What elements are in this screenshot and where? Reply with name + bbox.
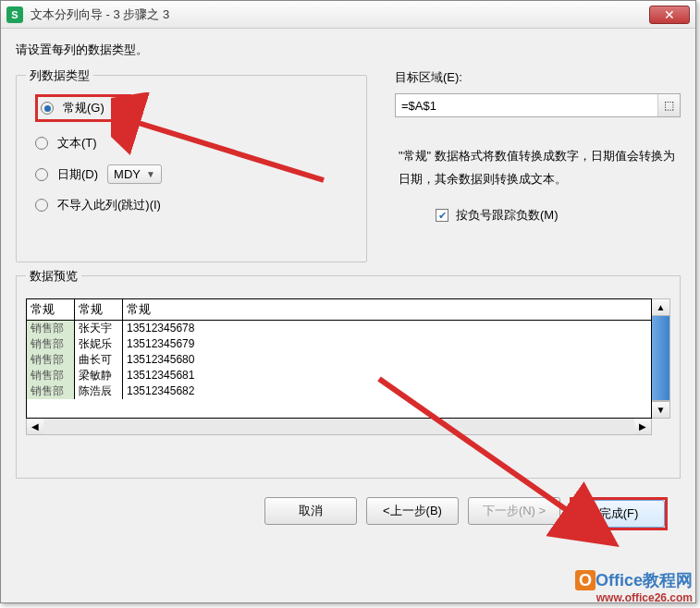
date-format-dropdown[interactable]: MDY ▼: [107, 164, 162, 184]
preview-col-2: 张天宇 张妮乐 曲长可 梁敏静 陈浩辰: [75, 321, 123, 399]
horizontal-scrollbar[interactable]: ◀ ▶: [26, 419, 652, 435]
vertical-scrollbar[interactable]: ▲ ▼: [652, 298, 670, 419]
preview-header: 常规 常规 常规: [27, 299, 651, 321]
column-type-group: 列数据类型 常规(G) 文本(T) 日期(D): [16, 75, 367, 262]
finish-button[interactable]: 完成(F): [572, 500, 665, 528]
app-icon: S: [6, 6, 23, 23]
table-cell: 销售部: [27, 336, 74, 352]
cancel-button[interactable]: 取消: [264, 497, 357, 525]
target-label: 目标区域(E):: [395, 69, 681, 86]
chevron-down-icon: ▼: [146, 169, 155, 179]
scroll-thumb[interactable]: [652, 316, 669, 401]
radio-date[interactable]: [35, 168, 48, 181]
table-cell: 13512345678: [123, 321, 651, 336]
preview-header-3[interactable]: 常规: [123, 299, 651, 320]
wizard-dialog: S 文本分列向导 - 3 步骤之 3 ✕ 请设置每列的数据类型。 列数据类型 常…: [0, 0, 696, 603]
track-negatives-checkbox[interactable]: ✔: [436, 209, 448, 222]
preview-table: 常规 常规 常规 销售部 销售部 销售部 销售部 销售部 张天: [26, 298, 652, 419]
general-radio-highlight: 常规(G): [35, 94, 131, 122]
watermark: OOffice教程网 www.office26.com: [575, 569, 693, 604]
close-icon: ✕: [664, 8, 675, 21]
table-cell: 13512345682: [123, 383, 651, 399]
table-cell: 张天宇: [75, 321, 122, 336]
table-cell: 销售部: [27, 352, 74, 368]
target-input-wrap: ⬚: [395, 93, 681, 117]
scroll-right-icon[interactable]: ▶: [634, 419, 651, 434]
dialog-content: 请设置每列的数据类型。 列数据类型 常规(G) 文本(T): [1, 29, 695, 540]
close-button[interactable]: ✕: [649, 6, 690, 24]
preview-header-1[interactable]: 常规: [27, 299, 75, 320]
window-title: 文本分列向导 - 3 步骤之 3: [31, 6, 649, 23]
description-text: "常规" 数据格式将数值转换成数字，日期值会转换为日期，其余数据则转换成文本。: [395, 145, 681, 190]
radio-skip-label: 不导入此列(跳过)(I): [57, 197, 161, 213]
preview-header-2[interactable]: 常规: [75, 299, 123, 320]
column-type-legend: 列数据类型: [26, 67, 93, 84]
watermark-icon: O: [575, 570, 596, 590]
table-cell: 销售部: [27, 321, 74, 336]
preview-legend: 数据预览: [26, 268, 81, 285]
radio-date-label: 日期(D): [57, 166, 98, 183]
title-bar: S 文本分列向导 - 3 步骤之 3 ✕: [1, 1, 695, 29]
range-picker-icon: ⬚: [664, 99, 674, 112]
finish-button-highlight: 完成(F): [570, 497, 668, 530]
radio-text[interactable]: [35, 137, 48, 150]
preview-group: 数据预览 常规 常规 常规 销售部 销售部 销售部 销售部 销: [16, 275, 681, 479]
radio-skip[interactable]: [35, 199, 48, 212]
scroll-down-icon[interactable]: ▼: [652, 401, 669, 418]
back-button[interactable]: <上一步(B): [366, 497, 459, 525]
radio-general[interactable]: [41, 102, 54, 115]
scroll-up-icon[interactable]: ▲: [652, 299, 669, 316]
watermark-url: www.office26.com: [575, 591, 693, 604]
table-cell: 梁敏静: [75, 368, 122, 383]
target-input[interactable]: [396, 94, 657, 116]
range-picker-button[interactable]: ⬚: [657, 94, 680, 116]
table-cell: 销售部: [27, 383, 74, 399]
scroll-track[interactable]: [43, 419, 634, 434]
table-cell: 陈浩辰: [75, 383, 122, 399]
next-button: 下一步(N) >: [468, 497, 560, 525]
preview-col-1: 销售部 销售部 销售部 销售部 销售部: [27, 321, 75, 399]
instruction-text: 请设置每列的数据类型。: [16, 42, 681, 58]
date-format-value: MDY: [114, 167, 141, 181]
table-cell: 销售部: [27, 368, 74, 383]
radio-text-label: 文本(T): [57, 135, 97, 152]
table-cell: 13512345679: [123, 336, 651, 352]
preview-col-3: 13512345678 13512345679 13512345680 1351…: [123, 321, 651, 399]
table-cell: 曲长可: [75, 352, 122, 368]
table-cell: 13512345681: [123, 368, 651, 383]
table-cell: 张妮乐: [75, 336, 122, 352]
button-row: 取消 <上一步(B) 下一步(N) > 完成(F): [16, 497, 681, 530]
watermark-brand: Office教程网: [596, 571, 693, 590]
scroll-left-icon[interactable]: ◀: [27, 419, 43, 434]
table-cell: 13512345680: [123, 352, 651, 368]
radio-general-label: 常规(G): [63, 100, 104, 116]
track-negatives-label: 按负号跟踪负数(M): [456, 207, 559, 224]
